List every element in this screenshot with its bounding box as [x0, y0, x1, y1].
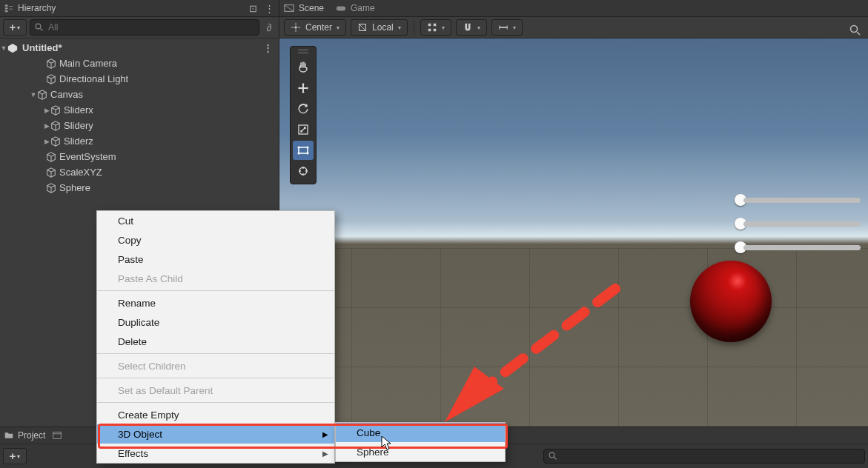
scene-row[interactable]: ▼ Untitled* ⋮ [0, 40, 279, 56]
hierarchy-item-label: Main Camera [59, 58, 117, 69]
center-icon [291, 22, 301, 33]
svg-point-11 [294, 26, 297, 29]
menu-item[interactable]: Duplicate [97, 312, 334, 332]
rect-tool-button[interactable] [293, 141, 314, 160]
tab-scene[interactable]: Scene [284, 3, 324, 13]
grid-snap-button[interactable]: ▾ [420, 19, 451, 36]
hierarchy-item[interactable]: Sphere [0, 180, 279, 195]
expand-arrow-icon[interactable]: ▶ [43, 122, 50, 130]
menu-item-label: Paste As Child [118, 273, 183, 284]
gameobject-icon [50, 105, 61, 116]
panel-lock-icon[interactable]: ⊡ [249, 3, 257, 14]
scene-viewport[interactable] [279, 39, 868, 427]
menu-item-label: Create Empty [118, 410, 179, 421]
slider-x[interactable] [735, 194, 861, 206]
move-icon [297, 82, 309, 94]
hierarchy-item[interactable]: ▶Slidery [0, 118, 279, 133]
hierarchy-tab[interactable]: Hierarchy [4, 3, 56, 13]
menu-item[interactable]: Create Empty [97, 405, 334, 424]
hierarchy-item[interactable]: ▼Canvas [0, 87, 279, 102]
folder-icon [4, 431, 13, 440]
hierarchy-item[interactable]: ▶Sliderz [0, 133, 279, 149]
expand-arrow-icon[interactable]: ▼ [30, 91, 37, 98]
submenu-item[interactable]: Cube [336, 423, 505, 442]
rotate-tool-button[interactable] [293, 99, 314, 118]
menu-item-label: Set as Default Parent [118, 385, 213, 396]
gameobject-icon [37, 90, 47, 100]
scene-name: Untitled* [22, 42, 62, 53]
hierarchy-item[interactable]: Directional Light [0, 71, 279, 87]
ruler-icon [498, 22, 508, 33]
pivot-mode-button[interactable]: Center▾ [284, 19, 346, 36]
snap-increment-button[interactable]: ▾ [456, 19, 487, 36]
move-tool-button[interactable] [293, 78, 314, 98]
search-history-button[interactable]: ∂ [262, 21, 276, 33]
menu-item[interactable]: 3D Object▶ [97, 424, 334, 444]
menu-item[interactable]: Effects▶ [97, 444, 334, 463]
gameobject-icon [46, 152, 56, 162]
space-mode-button[interactable]: Local▾ [351, 19, 408, 36]
menu-item-label: Cube [357, 427, 380, 438]
project-create-button[interactable]: +▾ [3, 448, 27, 464]
scale-tool-button[interactable] [293, 120, 314, 139]
hierarchy-item[interactable]: Main Camera [0, 56, 279, 71]
scene-menu-icon[interactable]: ⋮ [263, 42, 273, 53]
rotate-icon [297, 103, 309, 115]
menu-item-label: Effects [118, 448, 148, 459]
svg-point-25 [298, 147, 300, 149]
unity-logo-icon [7, 43, 18, 53]
transform-tool-palette [290, 46, 317, 184]
gameobject-icon [50, 121, 61, 131]
search-icon [35, 23, 44, 32]
submenu-item[interactable]: Sphere [336, 442, 505, 461]
3d-object-submenu[interactable]: CubeSphere [335, 422, 506, 462]
svg-marker-7 [8, 43, 17, 52]
project-search-input[interactable] [560, 450, 860, 462]
expand-arrow-icon[interactable]: ▼ [0, 44, 7, 52]
scene-search-button[interactable] [847, 22, 864, 39]
local-icon [357, 22, 368, 33]
hierarchy-context-menu[interactable]: CutCopyPastePaste As ChildRenameDuplicat… [96, 210, 335, 464]
menu-item-label: Rename [118, 298, 156, 309]
pivot-mode-label: Center [305, 22, 332, 33]
project-search[interactable] [543, 449, 865, 464]
slider-y[interactable] [735, 218, 861, 230]
hierarchy-title: Hierarchy [18, 3, 56, 13]
menu-item[interactable]: Cut [97, 211, 334, 230]
hierarchy-tab-strip: Hierarchy ⊡ ⋮ [0, 0, 279, 17]
sphere-object[interactable] [690, 261, 772, 342]
expand-arrow-icon[interactable]: ▶ [43, 138, 50, 145]
hierarchy-item-label: Sphere [59, 182, 90, 193]
hierarchy-item[interactable]: ScaleXYZ [0, 164, 279, 180]
tab-project[interactable]: Project [4, 430, 45, 441]
slider-z[interactable] [735, 241, 861, 253]
palette-grip-icon[interactable] [298, 50, 308, 53]
svg-point-5 [36, 24, 41, 29]
expand-arrow-icon[interactable]: ▶ [43, 107, 50, 114]
menu-item[interactable]: Rename [97, 293, 334, 312]
grid-icon [427, 22, 437, 33]
measure-button[interactable]: ▾ [491, 19, 523, 36]
transform-tool-button[interactable] [293, 161, 314, 181]
svg-point-26 [307, 147, 309, 149]
panel-menu-icon[interactable]: ⋮ [265, 3, 274, 14]
console-icon [53, 431, 62, 440]
hierarchy-item[interactable]: EventSystem [0, 149, 279, 164]
menu-item-label: Duplicate [118, 317, 159, 328]
magnet-icon [463, 22, 473, 33]
tab-console[interactable] [53, 431, 62, 440]
svg-rect-3 [9, 6, 13, 7]
hand-tool-button[interactable] [293, 58, 314, 77]
menu-item[interactable]: Copy [97, 230, 334, 250]
menu-item[interactable]: Delete [97, 332, 334, 351]
submenu-arrow-icon: ▶ [322, 430, 328, 438]
tab-game[interactable]: Game [336, 3, 375, 13]
app-root: Hierarchy ⊡ ⋮ +▾ ∂ ▼ [0, 0, 868, 468]
hierarchy-item[interactable]: ▶Sliderx [0, 102, 279, 118]
hierarchy-search-input[interactable] [47, 21, 254, 33]
hierarchy-search[interactable] [30, 19, 259, 36]
svg-rect-0 [5, 5, 8, 7]
create-dropdown-button[interactable]: +▾ [3, 19, 27, 36]
scene-panel: Scene Game Center▾ Local▾ ▾ [279, 0, 868, 427]
menu-item[interactable]: Paste [97, 250, 334, 269]
